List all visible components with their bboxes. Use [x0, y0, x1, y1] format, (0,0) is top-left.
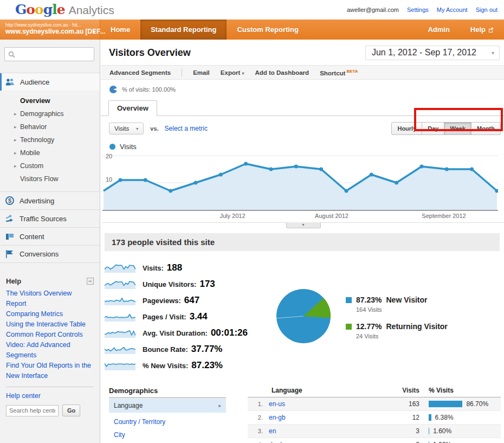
expand-arrow-icon: ▸	[14, 107, 17, 120]
help-panel: Help− The Visitors Overview Report Compa…	[0, 271, 100, 416]
sidebar-item-advertising[interactable]: $ Advertising	[0, 191, 100, 209]
metric-label: Pages / Visit:	[143, 313, 186, 321]
tab-overview[interactable]: Overview	[108, 100, 157, 116]
pct-cell: 86.70%	[466, 400, 488, 408]
sidebar-item-behavior[interactable]: ▸Behavior	[0, 120, 100, 133]
sidebar-item-demographics[interactable]: ▸Demographics	[0, 107, 100, 120]
sidebar-item-content[interactable]: Content	[0, 227, 100, 245]
google-analytics-page: GoogleAnalytics aweller@gmail.com Settin…	[0, 0, 504, 443]
sidebar-search-input[interactable]	[18, 50, 91, 58]
help-search-input[interactable]	[6, 405, 59, 416]
sidebar-item-conversions[interactable]: Conversions	[0, 245, 100, 263]
chart-collapse-toggle[interactable]: ▾	[286, 222, 321, 228]
legend-pct: 12.77%	[356, 322, 382, 331]
help-link-overview-report[interactable]: The Visitors Overview Report	[6, 288, 94, 309]
sidebar-item-visitors-flow[interactable]: Visitors Flow	[0, 172, 100, 185]
expand-arrow-icon: ▸	[14, 120, 17, 133]
metric-new-visits[interactable]: % New Visits:87.23%	[105, 357, 267, 374]
date-range-label: Jun 1, 2012 - Sep 17, 2012	[372, 48, 476, 57]
help-link-old-reports[interactable]: Find Your Old Reports in the New Interfa…	[6, 361, 94, 381]
arrow-right-icon: ▸	[218, 403, 221, 408]
metric-pages-per-visit[interactable]: Pages / Visit:3.44	[105, 309, 267, 325]
metric-bounce-rate[interactable]: Bounce Rate:37.77%	[105, 341, 267, 357]
help-link-comparing-metrics[interactable]: Comparing Metrics	[6, 309, 94, 319]
help-link-video-segments[interactable]: Video: Add Advanced Segments	[6, 340, 94, 361]
sidebar-item-technology[interactable]: ▸Technology	[0, 133, 100, 146]
select-metric-link[interactable]: Select a metric	[165, 125, 208, 132]
settings-link[interactable]: Settings	[407, 7, 429, 13]
metric-unique-visitors[interactable]: Unique Visitors:173	[105, 276, 267, 292]
sidebar-item-audience[interactable]: Audience	[0, 73, 100, 91]
avg-duration-sparkline	[105, 328, 135, 338]
granularity-month-button[interactable]: Month	[471, 122, 501, 135]
audience-icon	[5, 78, 15, 86]
sidebar-item-traffic-sources[interactable]: Traffic Sources	[0, 209, 100, 227]
shortcut-button[interactable]: ShortcutBETA	[320, 69, 358, 76]
visits-sparkline	[105, 263, 135, 273]
help-link-interactive-table[interactable]: Using the Interactive Table	[6, 319, 94, 330]
sidebar-item-custom[interactable]: ▸Custom	[0, 159, 100, 172]
language-link[interactable]: de-de	[269, 441, 286, 443]
granularity-day-button[interactable]: Day	[422, 122, 444, 135]
dimension-country-link[interactable]: Country / Territory	[109, 413, 226, 426]
svg-text:20: 20	[106, 153, 112, 159]
metric-label: Avg. Visit Duration:	[143, 329, 208, 337]
google-logo[interactable]: GoogleAnalytics	[15, 0, 114, 20]
sidebar-search[interactable]	[4, 47, 94, 61]
expand-arrow-icon: ▸	[14, 133, 17, 146]
nav-tab-custom-reporting[interactable]: Custom Reporting	[227, 20, 308, 40]
collapse-icon[interactable]: −	[87, 278, 94, 285]
metric-pageviews[interactable]: Pageviews:647	[105, 292, 267, 309]
sign-out-link[interactable]: Sign out	[476, 7, 497, 13]
date-range-selector[interactable]: Jun 1, 2012 - Sep 17, 2012 ▾	[365, 46, 500, 60]
metric-visits[interactable]: Visits:188	[105, 260, 267, 276]
expand-arrow-icon: ▸	[14, 159, 17, 172]
metric-dropdown[interactable]: Visits▾	[109, 123, 144, 134]
nav-tab-home[interactable]: Home	[100, 20, 140, 40]
language-link[interactable]: en-us	[269, 400, 285, 408]
svg-text:August 2012: August 2012	[315, 213, 348, 219]
visitor-type-pie-chart[interactable]	[275, 288, 332, 344]
metrics-list: Visits:188 Unique Visitors:173 Pageviews…	[105, 260, 267, 374]
legend-label: Returning Visitor	[386, 322, 447, 331]
visits-cell: 163	[384, 400, 419, 408]
language-link[interactable]: en-gb	[269, 414, 286, 421]
dimension-city-link[interactable]: City	[109, 426, 226, 439]
logo-letter: g	[43, 2, 52, 17]
traffic-sources-icon	[5, 214, 14, 223]
nav-tab-help[interactable]: Help	[460, 20, 504, 40]
metric-label: Pageviews:	[143, 297, 181, 305]
add-to-dashboard-button[interactable]: Add to Dashboard	[255, 69, 309, 76]
nav-tab-standard-reporting[interactable]: Standard Reporting	[140, 20, 227, 40]
nav-tab-admin[interactable]: Admin	[417, 20, 460, 40]
language-header: Language	[263, 387, 384, 394]
sidebar-item-overview[interactable]: Overview	[0, 94, 100, 107]
pct-visits-header: % Visits	[419, 387, 501, 394]
my-account-link[interactable]: My Account	[437, 7, 468, 13]
granularity-hourly-button[interactable]: Hourly	[391, 122, 422, 135]
granularity-buttons: Hourly Day Week Month	[391, 122, 501, 135]
sidebar-item-label: Technology	[20, 136, 54, 144]
metric-label: Unique Visitors:	[143, 280, 196, 288]
svg-text:10: 10	[106, 176, 112, 183]
email-button[interactable]: Email	[193, 69, 210, 76]
sidebar-item-mobile[interactable]: ▸Mobile	[0, 146, 100, 159]
legend-pct: 87.23%	[356, 296, 382, 304]
svg-text:September 2012: September 2012	[422, 213, 466, 219]
table-row: 3. en 3 1.60%	[248, 425, 501, 438]
help-center-link[interactable]: Help center	[6, 392, 94, 400]
visits-line-chart[interactable]: 1020July 2012August 2012September 2012	[102, 152, 498, 221]
account-switcher[interactable]: http://www.sydneyslive.com.au - htt... w…	[0, 20, 100, 40]
granularity-week-button[interactable]: Week	[444, 122, 471, 135]
export-button[interactable]: Export ▾	[221, 69, 244, 76]
help-link-report-controls[interactable]: Common Report Controls	[6, 330, 94, 340]
metric-value: 173	[199, 279, 215, 290]
help-search-go-button[interactable]: Go	[62, 405, 80, 416]
legend-swatch-blue	[346, 297, 352, 303]
legend-label: New Visitor	[386, 296, 427, 304]
search-icon	[8, 51, 15, 58]
language-link[interactable]: en	[269, 427, 276, 435]
advanced-segments-button[interactable]: Advanced Segments	[109, 69, 171, 76]
dimension-language-selected[interactable]: Language▸	[109, 399, 226, 413]
metric-avg-visit-duration[interactable]: Avg. Visit Duration:00:01:26	[105, 325, 267, 341]
